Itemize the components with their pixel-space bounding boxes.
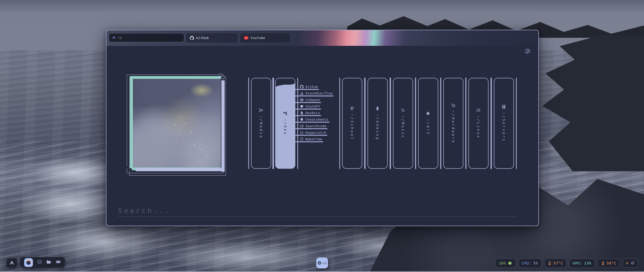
browser-window: ~/ GitHub YouTube [106, 30, 539, 226]
book-label: ~/Art [426, 119, 430, 135]
youtube-icon [244, 36, 248, 40]
dev-link-searchcode[interactable]: {} Searchcode [295, 125, 328, 129]
gpu-temp-value: 50°C [607, 261, 616, 265]
book-music[interactable]: ~/Music [393, 78, 413, 169]
server-rack-icon [502, 105, 506, 109]
cpu-temp-value: 57°C [553, 261, 563, 265]
palette-icon [426, 111, 430, 116]
dev-link-devdocs[interactable]: DevDocs [295, 112, 321, 116]
music-note-icon [401, 108, 405, 112]
frame-lavender-border [221, 80, 225, 172]
gpu-label: GPU: [573, 261, 582, 265]
frame-handle [222, 76, 224, 79]
arch-icon [9, 260, 14, 265]
dock-item-firefox[interactable] [24, 258, 33, 267]
tab-github[interactable]: GitHub [186, 33, 238, 43]
tux-icon [476, 108, 481, 112]
link-label: Searchcode [306, 124, 327, 128]
stackoverflow-icon [300, 91, 304, 95]
book-servers[interactable]: ~/Servers [494, 78, 514, 169]
taskbar-window-button[interactable]: ~/ [316, 257, 328, 268]
gpu-widget: GPU: 13% [569, 258, 595, 268]
frame-handle [129, 168, 132, 171]
notification-count: 4 [626, 261, 628, 265]
chatgpt-icon [300, 105, 304, 108]
url-text: ~/ [118, 36, 122, 40]
book-label: ~/School [350, 114, 354, 140]
dev-link-stackoverflow[interactable]: StackOverflow [295, 92, 334, 96]
book-label: ~/Linux [476, 116, 480, 139]
url-bar[interactable]: ~/ [109, 33, 184, 42]
book-hardware[interactable]: ~/Hardware [443, 78, 463, 169]
cloud-artwork [133, 79, 221, 167]
link-label: WakaTime [305, 137, 322, 141]
codepen-icon [300, 98, 304, 102]
tab-label: YouTube [251, 36, 265, 40]
dock-item-games[interactable] [56, 260, 61, 265]
cpu-temp-widget: 57°C [544, 258, 567, 268]
book-school[interactable]: ~/School [342, 78, 362, 169]
notifications-widget[interactable]: 4 [622, 258, 638, 268]
gamepad-icon [56, 260, 61, 264]
arch-logo-icon [112, 36, 116, 40]
dev-link-chatgpt[interactable]: ChatGPT [295, 105, 321, 110]
dev-link-codepen[interactable]: Codepen [295, 98, 321, 103]
cpu-widget: CPU: 5% [518, 258, 542, 268]
dev-links-list: Github StackOverflow Codepen [295, 85, 334, 144]
link-label: StackOverflow [305, 91, 333, 95]
search-input[interactable] [118, 205, 516, 217]
memory-value: 16% [499, 261, 506, 265]
frame-lavender-border [136, 168, 225, 171]
link-label: Cheatsheets [305, 118, 329, 121]
taskbar-left [6, 257, 65, 268]
cheatsheets-icon [300, 118, 304, 121]
book-label: ~/Media [259, 116, 263, 139]
dock-item-files[interactable] [46, 260, 51, 265]
dev-link-github[interactable]: Github [295, 85, 319, 90]
link-label: Hoppscotch [305, 131, 326, 134]
computer-icon [451, 103, 456, 107]
book-art[interactable]: ~/Art [418, 78, 438, 169]
book-label: ~/Dev [283, 119, 287, 135]
cpu-label: CPU: [522, 261, 532, 265]
hoppscotch-icon [300, 131, 304, 134]
desktop: ~/ GitHub YouTube [0, 0, 644, 272]
git-branch-icon [283, 111, 288, 116]
cpu-value: 5% [533, 261, 538, 265]
school-icon [350, 106, 354, 111]
thermometer-icon [548, 261, 551, 265]
github-icon [190, 36, 194, 40]
book-dev[interactable]: ~/Dev [275, 78, 295, 169]
bell-icon [630, 261, 634, 265]
ram-icon [508, 261, 512, 265]
square-app-icon [37, 260, 42, 264]
dev-link-cheatsheets[interactable]: Cheatsheets [295, 118, 330, 123]
dev-link-wakatime[interactable]: WakaTime [295, 138, 323, 142]
book-label: ~/Music [401, 116, 405, 139]
launcher-button[interactable] [6, 258, 17, 268]
firefox-icon [26, 260, 31, 265]
book-gaming[interactable]: ~/Gaming [368, 78, 388, 169]
window-button-label: ~/ [323, 261, 327, 265]
book-label: ~/Gaming [376, 114, 380, 140]
artwork-stars [133, 79, 221, 167]
dock-item-window[interactable] [37, 260, 42, 265]
tab-youtube[interactable]: YouTube [240, 33, 290, 43]
browser-tab-bar: ~/ GitHub YouTube [106, 30, 538, 46]
gpu-value: 13% [584, 261, 591, 265]
book-media[interactable]: ~/Media [251, 78, 271, 169]
wakatime-icon [300, 137, 304, 141]
filter-sliders-icon[interactable] [524, 48, 532, 54]
link-label: Codepen [305, 98, 320, 102]
folder-icon [46, 260, 51, 264]
dev-link-hoppscotch[interactable]: Hoppscotch [295, 131, 327, 136]
book-linux[interactable]: ~/Linux [468, 78, 489, 169]
taskbar-status-widgets: 16% CPU: 5% 57°C GPU: 13% 50 [495, 258, 638, 268]
app-dock [20, 257, 65, 268]
book-label: ~/Servers [502, 112, 506, 142]
thermometer-icon [601, 261, 605, 265]
artwork-frame [126, 74, 228, 176]
link-label: Github [305, 85, 318, 89]
book-label: ~/Hardware [451, 111, 455, 144]
media-icon [259, 108, 263, 112]
